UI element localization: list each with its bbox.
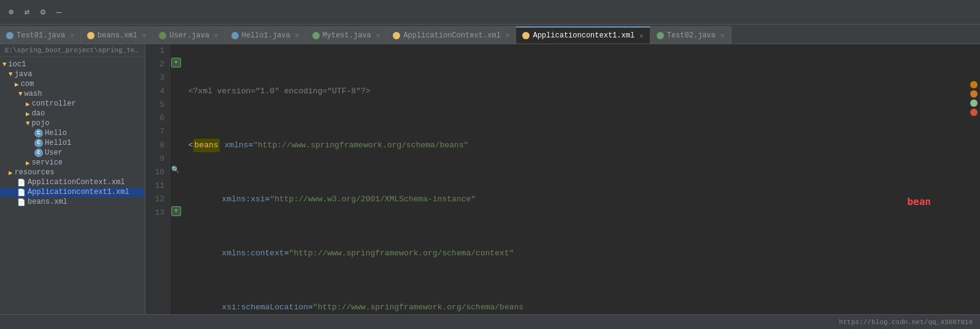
tab-icon-hello1 bbox=[231, 32, 239, 39]
tab-close-beans[interactable]: ✕ bbox=[142, 31, 147, 39]
toolbar-icon-settings[interactable]: ⚙ bbox=[37, 6, 49, 18]
tree-item-java[interactable]: ▼ java bbox=[0, 69, 145, 79]
tab-close-appcontext[interactable]: ✕ bbox=[506, 31, 510, 39]
tree-item-appcontext-xml[interactable]: 📄 ApplicationContext.xml bbox=[0, 177, 145, 187]
scroll-dot-3 bbox=[970, 99, 978, 107]
tab-user[interactable]: User.java ✕ bbox=[153, 26, 225, 44]
folder-icon-pojo: ▼ bbox=[26, 120, 30, 127]
code-eq-3: = bbox=[265, 193, 270, 206]
tree-label-beans-xml: beans.xml bbox=[28, 198, 68, 206]
code-val-xmlns: "http://www.springframework.org/schema/b… bbox=[253, 139, 468, 152]
tree-label-resources: resources bbox=[15, 168, 55, 177]
tab-label-test01: Test01.java bbox=[17, 31, 65, 40]
scrollbar-dots bbox=[970, 81, 978, 116]
code-attr-xmlns: xmlns bbox=[225, 139, 249, 152]
toolbar-icon-minimize[interactable]: — bbox=[53, 6, 65, 18]
code-prolog: <?xml version="1.0" encoding="UTF-8"?> bbox=[188, 85, 370, 98]
tab-appcontext1[interactable]: Applicationcontext1.xml ✕ bbox=[516, 26, 650, 44]
code-attr-schemaloc: xsi:schemaLocation bbox=[222, 301, 308, 314]
tree-item-beans-xml[interactable]: 📄 beans.xml bbox=[0, 197, 145, 207]
fold-icon-beans[interactable]: ▼ bbox=[171, 58, 181, 68]
folder-icon-wash: ▼ bbox=[18, 90, 23, 98]
tree-label-hello: Hello bbox=[45, 129, 67, 137]
tab-label-beans: beans.xml bbox=[98, 31, 137, 40]
tree-label-pojo: pojo bbox=[32, 119, 50, 128]
status-url: https://blog.csdn.net/qq_43607916 bbox=[839, 319, 973, 326]
tab-bar: Test01.java ✕ beans.xml ✕ User.java ✕ He… bbox=[0, 25, 980, 44]
toolbar-icons: ⊕ ⇄ ⚙ — bbox=[5, 6, 65, 18]
tab-test01[interactable]: Test01.java ✕ bbox=[0, 26, 81, 44]
tab-label-hello1: Hello1.java bbox=[242, 31, 290, 40]
tree-item-wash[interactable]: ▼ wash bbox=[0, 89, 145, 99]
tab-appcontext[interactable]: ApplicationContext.xml ✕ bbox=[387, 26, 516, 44]
tree-item-service[interactable]: ▶ service bbox=[0, 158, 145, 168]
gutter-icon-scan: 🔍 bbox=[171, 166, 180, 174]
code-eq-4: = bbox=[284, 247, 289, 260]
tree-item-controller[interactable]: ▶ controller bbox=[0, 99, 145, 109]
tree-label-controller: controller bbox=[32, 99, 76, 108]
tree-label-appcontext-xml: ApplicationContext.xml bbox=[28, 178, 125, 187]
scroll-dot-4 bbox=[970, 109, 978, 116]
tree-item-user[interactable]: C User bbox=[0, 148, 145, 158]
xml-icon-appcontext: 📄 bbox=[17, 179, 26, 187]
tab-beans[interactable]: beans.xml ✕ bbox=[81, 26, 153, 44]
code-indent-3 bbox=[188, 193, 222, 206]
code-val-context: "http://www.springframework.org/schema/c… bbox=[289, 247, 514, 260]
tree-item-dao[interactable]: ▶ dao bbox=[0, 109, 145, 118]
tab-label-user: User.java bbox=[169, 31, 209, 40]
toolbar-icon-swap[interactable]: ⇄ bbox=[21, 6, 33, 18]
tree-item-hello[interactable]: C Hello bbox=[0, 128, 145, 138]
editor-area: 1 2 3 4 5 6 7 8 9 10 11 12 13 ▼ 🔍 bbox=[145, 44, 980, 314]
tab-icon-appcontext bbox=[393, 32, 400, 39]
class-icon-hello: C bbox=[34, 129, 43, 137]
tree-item-pojo[interactable]: ▼ pojo bbox=[0, 118, 145, 128]
tree-item-appcontext1-xml[interactable]: 📄 Applicationcontext1.xml bbox=[0, 187, 145, 197]
tree-item-com[interactable]: ▶ com bbox=[0, 79, 145, 89]
tab-mytest[interactable]: Mytest.java ✕ bbox=[306, 26, 387, 44]
tree-label-user: User bbox=[45, 149, 63, 157]
class-icon-hello1: C bbox=[34, 139, 43, 147]
line-numbers: 1 2 3 4 5 6 7 8 9 10 11 12 13 bbox=[145, 44, 170, 314]
folder-icon-service: ▶ bbox=[26, 159, 30, 167]
red-annotation-bean: bean bbox=[907, 195, 931, 209]
code-attr-context: xmlns:context bbox=[222, 247, 284, 260]
code-line-5: xsi:schemaLocation="http://www.springfra… bbox=[188, 301, 975, 314]
tab-icon-mytest bbox=[312, 32, 320, 39]
tree-label-hello1: Hello1 bbox=[45, 139, 71, 147]
tree-item-resources[interactable]: ▶ resources bbox=[0, 168, 145, 177]
code-line-2: <beans xmlns="http://www.springframework… bbox=[188, 139, 975, 152]
tree-label-com: com bbox=[21, 80, 34, 88]
sidebar-path: E:\spring_boot_project\spring_Test01 bbox=[0, 44, 145, 57]
tree-label-appcontext1-xml: Applicationcontext1.xml bbox=[28, 188, 129, 196]
tab-hello1[interactable]: Hello1.java ✕ bbox=[225, 26, 306, 44]
tab-label-test02: Test02.java bbox=[667, 31, 716, 40]
tab-label-appcontext: ApplicationContext.xml bbox=[403, 31, 500, 40]
fold-icon-beans-end[interactable]: ▼ bbox=[171, 206, 181, 216]
folder-icon-com: ▶ bbox=[15, 80, 19, 88]
tree-label-java: java bbox=[15, 70, 33, 79]
code-bracket-2a: < bbox=[188, 139, 193, 152]
folder-icon-controller: ▶ bbox=[26, 100, 30, 108]
tree-item-hello1[interactable]: C Hello1 bbox=[0, 138, 145, 148]
tab-icon-test02 bbox=[657, 32, 664, 39]
sidebar: E:\spring_boot_project\spring_Test01 ▼ i… bbox=[0, 44, 145, 314]
code-line-3: xmlns:xsi="http://www.w3.org/2001/XMLSch… bbox=[188, 193, 975, 206]
main-area: E:\spring_boot_project\spring_Test01 ▼ i… bbox=[0, 44, 980, 314]
toolbar-icon-add[interactable]: ⊕ bbox=[5, 6, 17, 18]
scroll-dot-2 bbox=[970, 90, 978, 98]
tab-close-test01[interactable]: ✕ bbox=[70, 31, 74, 39]
tab-close-hello1[interactable]: ✕ bbox=[295, 31, 299, 39]
tree-item-ioc1[interactable]: ▼ ioc1 bbox=[0, 60, 145, 69]
xml-icon-beans: 📄 bbox=[17, 198, 26, 206]
toolbar: ⊕ ⇄ ⚙ — bbox=[0, 0, 980, 25]
tab-close-test02[interactable]: ✕ bbox=[720, 31, 725, 39]
gutter: ▼ 🔍 ▼ bbox=[170, 44, 183, 314]
tab-close-appcontext1[interactable]: ✕ bbox=[639, 32, 644, 40]
tree-label-service: service bbox=[32, 158, 63, 167]
tree-label-ioc1: ioc1 bbox=[9, 60, 26, 69]
editor-content[interactable]: 1 2 3 4 5 6 7 8 9 10 11 12 13 ▼ 🔍 bbox=[145, 44, 980, 314]
tab-close-mytest[interactable]: ✕ bbox=[376, 31, 380, 39]
tab-test02[interactable]: Test02.java ✕ bbox=[650, 26, 731, 44]
code-editor[interactable]: <?xml version="1.0" encoding="UTF-8"?> <… bbox=[183, 44, 980, 314]
tab-close-user[interactable]: ✕ bbox=[214, 31, 218, 39]
